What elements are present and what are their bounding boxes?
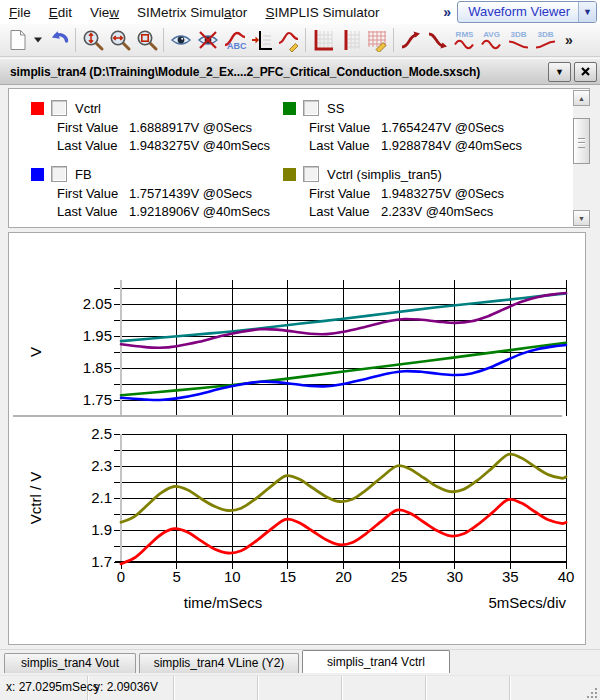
new-button[interactable] xyxy=(4,26,31,54)
trace-color-swatch[interactable] xyxy=(283,102,296,115)
status-y: y: 2.09036V xyxy=(88,676,174,700)
curve-label-icon: ABC xyxy=(223,28,247,52)
svg-text:30: 30 xyxy=(446,568,463,585)
zoom-rect-button[interactable] xyxy=(133,26,160,54)
last-value-line: Last Value2.233V @40mSecs xyxy=(309,203,589,221)
zoom-fit-y-button[interactable] xyxy=(79,26,106,54)
legend-panel: Vctrl First Value1.6888917V @0Secs Last … xyxy=(8,88,590,228)
svg-text:Vctrl / V: Vctrl / V xyxy=(27,472,44,525)
svg-text:1.75: 1.75 xyxy=(83,391,112,408)
lowpass-3db-button[interactable]: 3DB xyxy=(505,26,532,54)
rising-edge-button[interactable] xyxy=(397,26,424,54)
trace-color-swatch[interactable] xyxy=(31,168,44,181)
menu-bar: File Edit View SIMetrix Simulator SIMPLI… xyxy=(0,0,600,24)
rms-button[interactable]: RMS xyxy=(451,26,478,54)
status-bar: x: 27.0295mSecs y: 2.09036V xyxy=(0,675,600,700)
svg-text:35: 35 xyxy=(502,568,519,585)
last-value-line: Last Value1.9288784V @40mSecs xyxy=(309,137,589,155)
svg-text:5: 5 xyxy=(172,568,180,585)
undo-button[interactable] xyxy=(45,26,72,54)
highpass-curve-icon xyxy=(534,39,558,50)
waveform-viewer-select-label: Waveform Viewer xyxy=(458,4,578,20)
trace-checkbox[interactable] xyxy=(51,100,67,116)
menu-file[interactable]: File xyxy=(0,3,40,22)
menu-edit[interactable]: Edit xyxy=(40,3,81,22)
svg-text:ABC: ABC xyxy=(227,41,247,51)
tab-simplis-tran4-vctrl[interactable]: simplis_tran4 Vctrl xyxy=(302,650,450,673)
svg-text:time/mSecs: time/mSecs xyxy=(184,594,262,611)
label-curve-button[interactable]: ABC xyxy=(221,26,248,54)
trace-name: FB xyxy=(75,167,92,182)
undo-icon xyxy=(47,28,71,52)
hide-curve-button[interactable] xyxy=(194,26,221,54)
svg-text:1.95: 1.95 xyxy=(83,327,112,344)
svg-text:V: V xyxy=(27,347,44,357)
menu-overflow-icon[interactable]: » xyxy=(437,4,457,20)
toolbar-overflow-icon[interactable]: » xyxy=(565,32,573,48)
close-button[interactable] xyxy=(574,62,597,82)
scroll-down-icon[interactable]: ▼ xyxy=(573,210,590,226)
collapse-icon: ▼ xyxy=(555,67,564,77)
edit-curve-button[interactable] xyxy=(275,26,302,54)
tab-simplis-tran4-vout[interactable]: simplis_tran4 Vout xyxy=(4,653,136,673)
trace-color-swatch[interactable] xyxy=(283,168,296,181)
trace-name: SS xyxy=(327,101,344,116)
svg-text:2.5: 2.5 xyxy=(91,425,112,442)
scrollbar-thumb[interactable] xyxy=(573,118,590,164)
avg-label: AVG xyxy=(483,31,500,39)
zoom-horizontal-icon xyxy=(108,28,132,52)
trace-checkbox[interactable] xyxy=(51,166,67,182)
legend-entry-ss: SS First Value1.7654247V @0Secs Last Val… xyxy=(283,93,589,159)
chart-labels-1: 1.71.92.12.32.50510152025303540Vctrl / V… xyxy=(27,425,574,611)
resize-grip[interactable] xyxy=(587,688,598,699)
graph-title-bar: simplis_tran4 (D:\Training\Module_2_Ex..… xyxy=(0,58,600,85)
scroll-up-icon[interactable]: ▲ xyxy=(573,90,590,106)
caret-down-icon xyxy=(33,36,43,44)
legend-entry-vctrl-simplis-tran5: Vctrl (simplis_tran5) First Value1.94832… xyxy=(283,159,589,225)
menu-simetrix-simulator[interactable]: SIMetrix Simulator xyxy=(128,3,256,22)
last-value-line: Last Value1.9218906V @40mSecs xyxy=(57,203,283,221)
avg-button[interactable]: AVG xyxy=(478,26,505,54)
legend-entry-fb: FB First Value1.7571439V @0Secs Last Val… xyxy=(31,159,283,225)
trace-checkbox[interactable] xyxy=(303,166,319,182)
close-icon xyxy=(581,67,590,76)
falling-edge-button[interactable] xyxy=(424,26,451,54)
zoom-fit-x-button[interactable] xyxy=(106,26,133,54)
add-grid-button[interactable] xyxy=(336,26,363,54)
svg-text:0: 0 xyxy=(117,568,125,585)
edit-grid-button[interactable] xyxy=(363,26,390,54)
first-value-line: First Value1.9483275V @0Secs xyxy=(309,185,589,203)
rms-label: RMS xyxy=(456,31,474,39)
trace-checkbox[interactable] xyxy=(303,100,319,116)
lowpass-curve-icon xyxy=(507,39,531,50)
waveform-viewer-select[interactable]: Waveform Viewer ▼ xyxy=(457,1,597,23)
graph-tab-bar: simplis_tran4 Vout simplis_tran4 VLine (… xyxy=(0,648,600,675)
trace-name: Vctrl (simplis_tran5) xyxy=(327,167,442,182)
status-empty xyxy=(258,676,342,700)
new-dropdown-button[interactable] xyxy=(31,26,45,54)
menu-view[interactable]: View xyxy=(81,3,128,22)
status-x: x: 27.0295mSecs xyxy=(0,676,88,700)
trace-color-swatch[interactable] xyxy=(31,102,44,115)
zoom-box-icon xyxy=(135,28,159,52)
chevron-down-icon[interactable]: ▼ xyxy=(578,2,596,22)
waveform-chart[interactable]: 1.751.851.952.05V1.71.92.12.32.505101520… xyxy=(9,233,585,644)
collapse-button[interactable]: ▼ xyxy=(548,62,571,82)
falling-edge-icon xyxy=(426,28,450,52)
first-value-line: First Value1.7571439V @0Secs xyxy=(57,185,283,203)
sine-icon xyxy=(453,39,477,50)
first-value-line: First Value1.7654247V @0Secs xyxy=(309,119,589,137)
legend-scrollbar[interactable]: ▲ ▼ xyxy=(573,90,590,226)
svg-text:20: 20 xyxy=(335,568,352,585)
move-axis-button[interactable] xyxy=(248,26,275,54)
show-curve-button[interactable] xyxy=(167,26,194,54)
eye-icon xyxy=(169,28,193,52)
menu-simplis-simulator[interactable]: SIMPLIS Simulator xyxy=(256,3,388,22)
tab-simplis-tran4-vline-y2[interactable]: simplis_tran4 VLine (Y2) xyxy=(139,653,299,673)
trace-name: Vctrl xyxy=(75,101,101,116)
svg-text:1.7: 1.7 xyxy=(91,553,112,570)
add-axis-button[interactable] xyxy=(309,26,336,54)
status-empty xyxy=(342,676,426,700)
svg-text:5mSecs/div: 5mSecs/div xyxy=(488,594,566,611)
highpass-3db-button[interactable]: 3DB xyxy=(532,26,559,54)
